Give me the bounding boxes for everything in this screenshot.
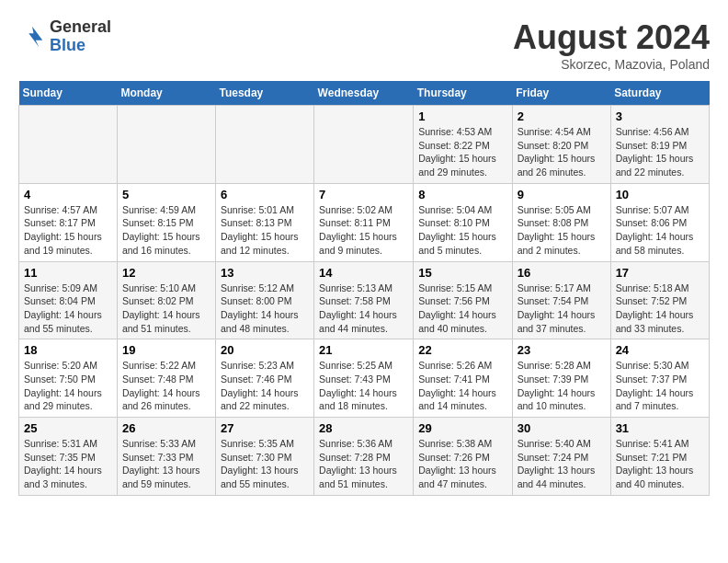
day-number: 15 [418, 266, 506, 280]
calendar-cell: 7Sunrise: 5:02 AMSunset: 8:11 PMDaylight… [314, 183, 414, 261]
logo-general-text: General [50, 18, 111, 37]
day-number: 9 [518, 188, 606, 201]
day-number: 18 [24, 343, 112, 357]
day-info: Sunrise: 5:26 AMSunset: 7:41 PMDaylight:… [418, 359, 506, 413]
calendar-cell: 15Sunrise: 5:15 AMSunset: 7:56 PMDayligh… [414, 261, 512, 339]
calendar-week-4: 18Sunrise: 5:20 AMSunset: 7:50 PMDayligh… [19, 339, 710, 418]
calendar-cell: 29Sunrise: 5:38 AMSunset: 7:26 PMDayligh… [414, 418, 512, 496]
calendar-cell: 27Sunrise: 5:35 AMSunset: 7:30 PMDayligh… [215, 418, 313, 496]
day-info: Sunrise: 5:28 AMSunset: 7:39 PMDaylight:… [518, 359, 606, 413]
day-number: 24 [616, 343, 704, 357]
day-info: Sunrise: 5:07 AMSunset: 8:06 PMDaylight:… [616, 203, 704, 258]
calendar-cell: 9Sunrise: 5:05 AMSunset: 8:08 PMDaylight… [512, 183, 610, 261]
calendar-cell: 25Sunrise: 5:31 AMSunset: 7:35 PMDayligh… [19, 418, 118, 496]
day-number: 23 [518, 343, 606, 357]
calendar-week-1: 1Sunrise: 4:53 AMSunset: 8:22 PMDaylight… [19, 106, 710, 184]
day-info: Sunrise: 5:10 AMSunset: 8:02 PMDaylight:… [122, 282, 210, 336]
day-info: Sunrise: 5:02 AMSunset: 8:11 PMDaylight:… [319, 203, 408, 258]
calendar-cell: 24Sunrise: 5:30 AMSunset: 7:37 PMDayligh… [610, 339, 709, 418]
location-subtitle: Skorzec, Mazovia, Poland [513, 57, 710, 72]
header-cell-friday: Friday [512, 81, 610, 106]
day-number: 11 [24, 266, 112, 280]
day-number: 6 [221, 188, 309, 201]
header-cell-thursday: Thursday [414, 81, 512, 106]
day-info: Sunrise: 5:17 AMSunset: 7:54 PMDaylight:… [518, 282, 606, 336]
header-cell-wednesday: Wednesday [314, 81, 414, 106]
day-number: 3 [616, 109, 704, 123]
calendar-cell: 19Sunrise: 5:22 AMSunset: 7:48 PMDayligh… [117, 339, 215, 418]
calendar-cell: 21Sunrise: 5:25 AMSunset: 7:43 PMDayligh… [314, 339, 414, 418]
calendar-cell: 3Sunrise: 4:56 AMSunset: 8:19 PMDaylight… [610, 106, 709, 184]
logo-text: General Blue [50, 18, 111, 55]
day-info: Sunrise: 5:33 AMSunset: 7:33 PMDaylight:… [122, 437, 210, 491]
day-number: 30 [518, 421, 606, 435]
calendar-cell: 28Sunrise: 5:36 AMSunset: 7:28 PMDayligh… [314, 418, 414, 496]
calendar-cell: 2Sunrise: 4:54 AMSunset: 8:20 PMDaylight… [512, 106, 610, 184]
header-cell-saturday: Saturday [610, 81, 709, 106]
day-number: 26 [122, 421, 210, 435]
logo-blue-text: Blue [50, 37, 111, 55]
day-number: 4 [24, 188, 112, 201]
page-header: General Blue August 2024 Skorzec, Mazovi… [18, 18, 710, 72]
day-number: 21 [319, 343, 408, 357]
calendar-cell: 8Sunrise: 5:04 AMSunset: 8:10 PMDaylight… [414, 183, 512, 261]
day-info: Sunrise: 5:35 AMSunset: 7:30 PMDaylight:… [221, 437, 309, 491]
day-number: 10 [616, 188, 704, 201]
calendar-cell [117, 106, 215, 184]
day-number: 8 [418, 188, 506, 201]
calendar-cell: 5Sunrise: 4:59 AMSunset: 8:15 PMDaylight… [117, 183, 215, 261]
day-info: Sunrise: 5:12 AMSunset: 8:00 PMDaylight:… [221, 282, 309, 336]
calendar-cell: 20Sunrise: 5:23 AMSunset: 7:46 PMDayligh… [215, 339, 313, 418]
calendar-cell: 14Sunrise: 5:13 AMSunset: 7:58 PMDayligh… [314, 261, 414, 339]
day-info: Sunrise: 4:59 AMSunset: 8:15 PMDaylight:… [122, 203, 210, 258]
logo-icon [18, 23, 46, 51]
calendar-cell: 30Sunrise: 5:40 AMSunset: 7:24 PMDayligh… [512, 418, 610, 496]
day-number: 28 [319, 421, 408, 435]
calendar-cell: 17Sunrise: 5:18 AMSunset: 7:52 PMDayligh… [610, 261, 709, 339]
calendar-cell: 16Sunrise: 5:17 AMSunset: 7:54 PMDayligh… [512, 261, 610, 339]
calendar-cell: 4Sunrise: 4:57 AMSunset: 8:17 PMDaylight… [19, 183, 118, 261]
day-number: 13 [221, 266, 309, 280]
calendar-cell: 6Sunrise: 5:01 AMSunset: 8:13 PMDaylight… [215, 183, 313, 261]
day-number: 5 [122, 188, 210, 201]
calendar-cell: 22Sunrise: 5:26 AMSunset: 7:41 PMDayligh… [414, 339, 512, 418]
calendar-cell [215, 106, 313, 184]
day-number: 7 [319, 188, 408, 201]
calendar-cell: 26Sunrise: 5:33 AMSunset: 7:33 PMDayligh… [117, 418, 215, 496]
calendar-cell: 13Sunrise: 5:12 AMSunset: 8:00 PMDayligh… [215, 261, 313, 339]
calendar-table: SundayMondayTuesdayWednesdayThursdayFrid… [18, 81, 710, 496]
day-number: 17 [616, 266, 704, 280]
svg-marker-0 [28, 27, 42, 48]
day-info: Sunrise: 5:25 AMSunset: 7:43 PMDaylight:… [319, 359, 408, 413]
logo: General Blue [18, 18, 111, 55]
day-info: Sunrise: 4:56 AMSunset: 8:19 PMDaylight:… [616, 125, 704, 179]
day-info: Sunrise: 5:15 AMSunset: 7:56 PMDaylight:… [418, 282, 506, 336]
day-info: Sunrise: 5:36 AMSunset: 7:28 PMDaylight:… [319, 437, 408, 491]
calendar-cell: 10Sunrise: 5:07 AMSunset: 8:06 PMDayligh… [610, 183, 709, 261]
day-number: 1 [418, 109, 506, 123]
header-cell-tuesday: Tuesday [215, 81, 313, 106]
header-cell-sunday: Sunday [19, 81, 118, 106]
day-info: Sunrise: 5:01 AMSunset: 8:13 PMDaylight:… [221, 203, 309, 258]
day-number: 22 [418, 343, 506, 357]
day-number: 16 [518, 266, 606, 280]
day-info: Sunrise: 5:41 AMSunset: 7:21 PMDaylight:… [616, 437, 704, 491]
day-number: 2 [518, 109, 606, 123]
calendar-cell [19, 106, 118, 184]
day-info: Sunrise: 5:23 AMSunset: 7:46 PMDaylight:… [221, 359, 309, 413]
day-info: Sunrise: 5:40 AMSunset: 7:24 PMDaylight:… [518, 437, 606, 491]
day-info: Sunrise: 5:38 AMSunset: 7:26 PMDaylight:… [418, 437, 506, 491]
day-number: 25 [24, 421, 112, 435]
header-row: SundayMondayTuesdayWednesdayThursdayFrid… [19, 81, 710, 106]
day-number: 20 [221, 343, 309, 357]
day-info: Sunrise: 4:53 AMSunset: 8:22 PMDaylight:… [418, 125, 506, 179]
day-number: 19 [122, 343, 210, 357]
calendar-cell: 31Sunrise: 5:41 AMSunset: 7:21 PMDayligh… [610, 418, 709, 496]
day-number: 31 [616, 421, 704, 435]
day-info: Sunrise: 5:04 AMSunset: 8:10 PMDaylight:… [418, 203, 506, 258]
day-info: Sunrise: 5:22 AMSunset: 7:48 PMDaylight:… [122, 359, 210, 413]
calendar-cell: 23Sunrise: 5:28 AMSunset: 7:39 PMDayligh… [512, 339, 610, 418]
day-info: Sunrise: 4:54 AMSunset: 8:20 PMDaylight:… [518, 125, 606, 179]
calendar-cell: 1Sunrise: 4:53 AMSunset: 8:22 PMDaylight… [414, 106, 512, 184]
day-info: Sunrise: 5:18 AMSunset: 7:52 PMDaylight:… [616, 282, 704, 336]
